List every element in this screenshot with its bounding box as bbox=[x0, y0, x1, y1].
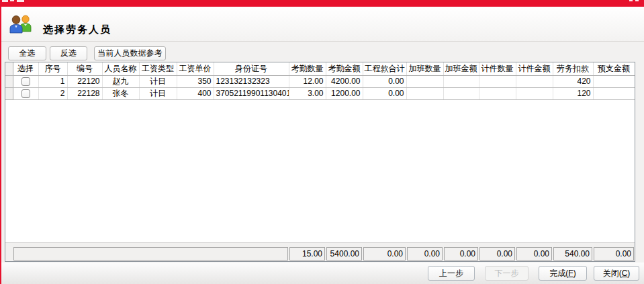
cell-unit-price: 400 bbox=[177, 87, 214, 99]
grid-header-row: 选择 序号 编号 人员名称 工资类型 工资单价 身份证号 考勤数量 考勤金额 工… bbox=[5, 62, 635, 75]
row-checkbox-cell[interactable] bbox=[13, 87, 38, 99]
cell-id-number: 123132132323 bbox=[214, 75, 289, 87]
total-advance-amount: 0.00 bbox=[594, 247, 634, 261]
footer-bar: 上一步 下一步 完成(F) 关闭(C) bbox=[1, 263, 644, 284]
cell-project-total: 0.00 bbox=[363, 75, 406, 87]
cell-wage-type: 计日 bbox=[139, 87, 177, 99]
row-checkbox-cell[interactable] bbox=[13, 75, 38, 87]
window-control-fragment bbox=[635, 0, 639, 1]
personnel-grid: 选择 序号 编号 人员名称 工资类型 工资单价 身份证号 考勤数量 考勤金额 工… bbox=[5, 62, 635, 262]
cell-attendance-qty: 12.00 bbox=[289, 75, 326, 87]
row-header-corner bbox=[5, 62, 13, 75]
column-header-overtime-qty: 加班数量 bbox=[406, 62, 443, 75]
cell-name: 赵九 bbox=[102, 75, 139, 87]
cell-piece-amount bbox=[516, 75, 553, 87]
column-header-piece-amount: 计件金额 bbox=[516, 62, 553, 75]
cell-code: 22128 bbox=[67, 87, 102, 99]
cell-seq: 1 bbox=[38, 75, 67, 87]
cell-labor-deduction: 420 bbox=[553, 75, 593, 87]
row-selector[interactable] bbox=[5, 87, 13, 99]
column-header-labor-deduction: 劳务扣款 bbox=[553, 62, 593, 75]
cell-overtime-amount bbox=[443, 87, 479, 99]
column-header-name: 人员名称 bbox=[102, 62, 139, 75]
column-header-wage-type: 工资类型 bbox=[139, 62, 177, 75]
titlebar-text-fragment bbox=[2, 0, 8, 2]
table-row[interactable]: 1 22120 赵九 计日 350 123132132323 12.00 420… bbox=[5, 75, 635, 87]
total-labor-deduction: 540.00 bbox=[553, 247, 592, 261]
column-header-piece-qty: 计件数量 bbox=[479, 62, 516, 75]
cell-project-total: 0.00 bbox=[363, 87, 406, 99]
table-row[interactable]: 2 22128 张冬 计日 400 370521199011304019 3.0… bbox=[5, 87, 635, 99]
toolbar: 全选 反选 当前人员数据参考 bbox=[1, 42, 644, 62]
checkbox-unchecked[interactable] bbox=[21, 89, 30, 98]
total-attendance-qty: 15.00 bbox=[289, 247, 325, 261]
column-header-project-total: 工程款合计 bbox=[363, 62, 406, 75]
cell-advance-amount bbox=[593, 75, 635, 87]
checkbox-unchecked[interactable] bbox=[21, 77, 30, 86]
cell-overtime-qty bbox=[406, 87, 443, 99]
column-header-select: 选择 bbox=[13, 62, 38, 75]
next-step-button: 下一步 bbox=[485, 266, 528, 281]
select-all-button[interactable]: 全选 bbox=[8, 46, 46, 60]
invert-selection-button[interactable]: 反选 bbox=[50, 46, 87, 60]
dialog-header: 选择劳务人员 bbox=[1, 7, 644, 42]
column-header-advance-amount: 预支金额 bbox=[593, 62, 635, 75]
cell-advance-amount bbox=[593, 87, 635, 99]
column-header-attendance-amount: 考勤金额 bbox=[326, 62, 363, 75]
cell-attendance-qty: 3.00 bbox=[289, 87, 326, 99]
cell-unit-price: 350 bbox=[177, 75, 214, 87]
cell-piece-amount bbox=[516, 87, 553, 99]
total-piece-amount: 0.00 bbox=[516, 247, 552, 261]
cell-overtime-qty bbox=[406, 75, 443, 87]
two-people-icon bbox=[9, 12, 33, 36]
column-header-code: 编号 bbox=[67, 62, 102, 75]
cell-labor-deduction: 120 bbox=[553, 87, 593, 99]
totals-corner bbox=[5, 243, 13, 262]
grid-scroll-area[interactable]: 选择 序号 编号 人员名称 工资类型 工资单价 身份证号 考勤数量 考勤金额 工… bbox=[5, 62, 635, 242]
cell-name: 张冬 bbox=[102, 87, 139, 99]
column-header-attendance-qty: 考勤数量 bbox=[289, 62, 326, 75]
total-attendance-amount: 5400.00 bbox=[326, 247, 362, 261]
window-left-border bbox=[0, 0, 1, 284]
cell-seq: 2 bbox=[38, 87, 67, 99]
cell-overtime-amount bbox=[443, 75, 479, 87]
window-titlebar[interactable] bbox=[0, 0, 644, 7]
total-overtime-amount: 0.00 bbox=[444, 247, 478, 261]
titlebar-text-fragment bbox=[10, 0, 14, 1]
cell-attendance-amount: 1200.00 bbox=[326, 87, 363, 99]
row-selector[interactable] bbox=[5, 75, 13, 87]
cell-piece-qty bbox=[479, 87, 516, 99]
finish-button[interactable]: 完成(F) bbox=[539, 266, 587, 281]
select-labor-personnel-dialog: 选择劳务人员 全选 反选 当前人员数据参考 选择 序号 bbox=[0, 0, 644, 284]
column-header-unit-price: 工资单价 bbox=[177, 62, 214, 75]
column-header-overtime-amount: 加班金额 bbox=[443, 62, 479, 75]
current-personnel-data-reference-button[interactable]: 当前人员数据参考 bbox=[94, 46, 166, 60]
cell-id-number: 370521199011304019 bbox=[214, 87, 289, 99]
previous-step-button[interactable]: 上一步 bbox=[428, 266, 475, 281]
totals-empty-panel bbox=[13, 247, 288, 261]
cell-piece-qty bbox=[479, 75, 516, 87]
cell-code: 22120 bbox=[67, 75, 102, 87]
window-control-fragment bbox=[629, 0, 633, 1]
column-header-id-number: 身份证号 bbox=[214, 62, 289, 75]
close-button[interactable]: 关闭(C) bbox=[594, 266, 639, 281]
cell-wage-type: 计日 bbox=[139, 75, 177, 87]
cell-attendance-amount: 4200.00 bbox=[326, 75, 363, 87]
total-project-total: 0.00 bbox=[363, 247, 406, 261]
column-header-seq: 序号 bbox=[38, 62, 67, 75]
page-title: 选择劳务人员 bbox=[43, 23, 111, 36]
titlebar-text-fragment bbox=[17, 0, 24, 2]
total-overtime-qty: 0.00 bbox=[407, 247, 443, 261]
totals-bar: 15.00 5400.00 0.00 0.00 0.00 0.00 0.00 5… bbox=[5, 242, 635, 261]
total-piece-qty: 0.00 bbox=[479, 247, 515, 261]
